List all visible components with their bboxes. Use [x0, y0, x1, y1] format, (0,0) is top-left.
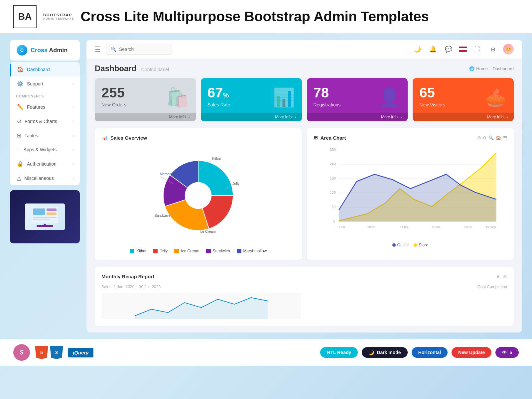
- expand-icon[interactable]: ⛶: [472, 44, 482, 55]
- chevron-right-icon: ›: [72, 82, 74, 86]
- brand-line2: ADMIN TEMPLATE: [43, 17, 74, 20]
- search-box: 🔍: [106, 44, 172, 55]
- store-legend-label: Store: [419, 243, 428, 247]
- recap-chart-placeholder: [101, 293, 301, 319]
- recap-row: Sales: 1 Jan. 2020 – 30 Jul. 2023 Goal C…: [101, 285, 507, 319]
- legend-label: Marshmallow: [243, 249, 267, 253]
- legend-dot-sandwich: [206, 249, 211, 253]
- chevron-right-icon: ›: [72, 162, 74, 166]
- badge-horizontal[interactable]: Horizontal: [412, 347, 448, 358]
- bell-icon[interactable]: 🔔: [428, 44, 438, 55]
- stat-footer-orders[interactable]: More info →: [95, 113, 196, 121]
- svg-text:Kitkat: Kitkat: [212, 157, 221, 161]
- sidebar-item-apps-widgets[interactable]: □ Apps & Widgets ›: [10, 143, 80, 157]
- badge-count-number: 5: [509, 350, 512, 355]
- online-legend-label: Online: [397, 243, 409, 247]
- logo-box: BA: [13, 5, 37, 28]
- page-subtitle: Control panel: [141, 67, 169, 72]
- chart-tool-icon[interactable]: ⊖: [483, 135, 486, 140]
- legend-label: Sandwich: [213, 249, 230, 253]
- chart-tool-icon[interactable]: 🏠: [496, 135, 501, 140]
- area-chart-toolbar: ⊕ ⊖ 🔍 🏠 ☰: [477, 135, 507, 140]
- avatar[interactable]: 😊: [503, 44, 514, 55]
- sidebar-item-miscellaneous[interactable]: △ Miscellaneous ›: [10, 171, 80, 185]
- svg-text:300: 300: [330, 148, 335, 152]
- chart-tool-icon[interactable]: ⊕: [477, 135, 481, 140]
- sidebar-item-features[interactable]: ✏️ Features ›: [10, 100, 80, 114]
- sidebar-item-dashboard[interactable]: 🏠 Dashboard: [10, 62, 80, 76]
- hamburger-icon[interactable]: ☰: [95, 45, 101, 53]
- chart-tool-icon[interactable]: ☰: [503, 135, 507, 140]
- sales-overview-title: 📊 Sales Overview: [101, 135, 295, 141]
- badge-dark-mode[interactable]: 🌙 Dark mode: [362, 347, 407, 358]
- legend-item-store: Store: [414, 243, 428, 247]
- search-input[interactable]: [119, 47, 166, 52]
- visitors-icon: 🥧: [484, 87, 507, 108]
- stat-card-registrations: 78 Registrations 👤 More info →: [307, 78, 408, 121]
- recap-sales-section: Sales: 1 Jan. 2020 – 30 Jul. 2023: [101, 285, 301, 319]
- badge-rtl-ready[interactable]: RTL Ready: [320, 347, 358, 358]
- dark-mode-icon[interactable]: 🌙: [412, 44, 423, 55]
- stat-card-visitors: 65 New Visitors 🥧 More info →: [413, 78, 514, 121]
- sidebar-item-label: Apps & Widgets: [24, 147, 57, 152]
- promo-screen-inner: [25, 203, 65, 230]
- svg-text:22:00: 22:00: [432, 225, 440, 229]
- svg-text:Jelly: Jelly: [233, 182, 240, 186]
- lock-icon: 🔒: [17, 161, 24, 167]
- chart-tool-icon[interactable]: 🔍: [488, 135, 494, 140]
- sidebar-item-support[interactable]: ⚙️ Support ›: [10, 76, 80, 91]
- flag-icon[interactable]: [459, 47, 467, 52]
- home-icon: 🏠: [17, 66, 24, 72]
- sidebar-item-forms-charts[interactable]: ⊙ Forms & Charts ›: [10, 114, 80, 128]
- stat-footer-sales[interactable]: More info →: [201, 113, 302, 121]
- chevron-right-icon: ›: [72, 134, 74, 138]
- recap-header: Monthly Recap Report ∧ ✕: [101, 273, 507, 280]
- sidebar: C Cross Admin 🏠 Dashboard ⚙️ Support › C…: [10, 40, 80, 332]
- charts-row: 📊 Sales Overview Kitkat Jelly Ice Cream: [86, 128, 522, 267]
- search-icon: 🔍: [111, 47, 116, 52]
- topnav-right: 🌙 🔔 💬 ⛶ ⊞ 😊: [412, 44, 514, 55]
- banner-title: Cross Lite Multipurpose Bootstrap Admin …: [80, 9, 429, 25]
- html5-logo: 5: [35, 346, 48, 359]
- stat-footer-visitors[interactable]: More info →: [413, 113, 514, 121]
- badge-count[interactable]: 👁 5: [495, 347, 519, 358]
- sidebar-item-label: Miscellaneous: [24, 176, 54, 181]
- recap-collapse-btn[interactable]: ∧: [496, 273, 500, 280]
- sidebar-section-components: Components: [10, 91, 80, 100]
- chat-icon[interactable]: 💬: [443, 44, 454, 55]
- support-icon: ⚙️: [17, 80, 24, 87]
- reg-icon: 👤: [378, 87, 401, 108]
- bottom-bar: S 5 3 jQuery RTL Ready 🌙 Dark mode Horiz…: [0, 339, 532, 366]
- logo-text: BA: [18, 11, 32, 22]
- sidebar-item-tables[interactable]: ⊞ Tables ›: [10, 128, 80, 143]
- css3-logo: 3: [50, 346, 63, 359]
- area-chart-icon: ⊞: [314, 135, 318, 141]
- main-content: ☰ 🔍 🌙 🔔 💬 ⛶ ⊞ 😊 Dashboard Control panel: [86, 40, 522, 332]
- svg-text:19 Sep: 19 Sep: [485, 225, 496, 229]
- jquery-logo: jQuery: [68, 348, 93, 357]
- badge-new-update[interactable]: New Update: [452, 347, 491, 358]
- breadcrumb-home-icon: 🌐: [469, 66, 474, 71]
- stat-footer-reg[interactable]: More info →: [307, 113, 408, 121]
- sidebar-nav: 🏠 Dashboard ⚙️ Support › Components ✏️ F…: [10, 62, 80, 185]
- svg-text:180: 180: [330, 176, 335, 180]
- breadcrumb-separator: -: [489, 66, 491, 71]
- sales-icon: 📊: [272, 87, 295, 108]
- recap-close-btn[interactable]: ✕: [503, 273, 507, 280]
- legend-dot-icecream: [174, 249, 179, 253]
- sidebar-item-label: Dashboard: [27, 67, 50, 72]
- svg-text:0: 0: [332, 219, 334, 223]
- grid-icon[interactable]: ⊞: [487, 44, 498, 55]
- legend-item-icecream: Ice Cream: [174, 249, 199, 253]
- svg-text:23:00: 23:00: [464, 225, 472, 229]
- sidebar-item-authentication[interactable]: 🔒 Authentication ›: [10, 157, 80, 171]
- online-legend-dot: [392, 243, 396, 247]
- legend-label: Kitkat: [136, 249, 146, 253]
- pie-legend: Kitkat Jelly Ice Cream Sandwich: [101, 245, 295, 253]
- eye-icon: 👁: [502, 350, 507, 355]
- chevron-right-icon: ›: [72, 119, 74, 123]
- breadcrumb-home: Home: [476, 66, 488, 71]
- chevron-right-icon: ›: [72, 105, 74, 109]
- chart-icon: 📊: [101, 135, 108, 141]
- area-chart-svg-container: 300 240 180 120 60 0: [314, 146, 507, 240]
